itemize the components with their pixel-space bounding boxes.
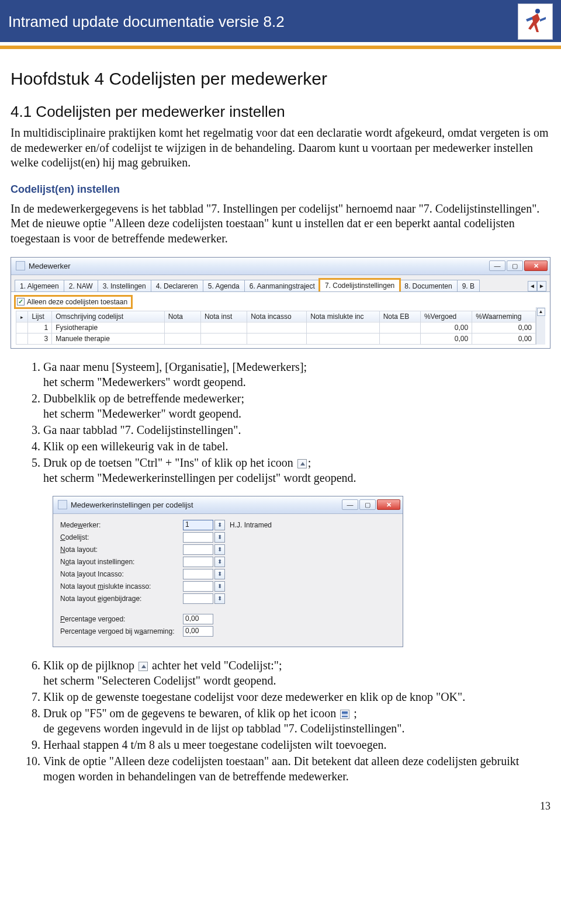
close-button[interactable]: ✕ [524,260,548,271]
maximize-button[interactable]: ▢ [507,260,523,271]
picker-button-icon[interactable]: ⬍ [214,532,225,543]
col-header[interactable]: %Vergoed [420,311,472,322]
step-item: Ga naar menu [Systeem], [Organisatie], [… [43,359,550,390]
text-input[interactable] [183,569,213,579]
form-row: Nota layout:⬍ [60,544,396,555]
picker-button-icon[interactable]: ⬍ [214,544,225,555]
field-label: Nota layout Incasso: [60,570,183,578]
accent-stripe [0,46,561,49]
form-row: Nota layout eigenbijdrage:⬍ [60,593,396,604]
step-item: Druk op "F5" om de gegevens te bewaren, … [43,706,550,736]
steps-list-a: Ga naar menu [Systeem], [Organisatie], [… [11,359,550,485]
form-row: Nota layout Incasso:⬍ [60,569,396,579]
col-header[interactable]: %Waarneming [472,311,536,322]
form-row: Percentage vergoed bij waarneming:0,00 [60,626,396,637]
tab-7[interactable]: 8. Documenten [399,280,457,292]
intro-paragraph: In multidisciplinaire praktijken komt he… [11,126,550,171]
svg-point-1 [535,9,540,13]
form-row: Percentage vergoed:0,00 [60,614,396,624]
text-input[interactable] [183,557,213,567]
text-input[interactable] [183,532,213,543]
picker-button-icon[interactable]: ⬍ [214,569,225,579]
text-input[interactable]: 1 [183,520,213,530]
screenshot-medewerker-window: Medewerker — ▢ ✕ 1. Algemeen2. NAW3. Ins… [11,257,550,349]
window-title: Medewerker [29,262,486,270]
app-icon [58,500,67,509]
field-label: Nota layout instellingen: [60,558,183,566]
row-marker-icon: ▸ [20,314,23,320]
col-header[interactable]: Nota inst [200,311,247,322]
col-header[interactable]: Omschrijving codelijst [52,311,165,322]
field-readonly-value: H.J. Intramed [230,521,272,529]
section-title: 4.1 Codelijsten per medewerker instellen [11,103,550,121]
close-button[interactable]: ✕ [377,499,400,510]
step-item: Druk op de toetsen "Ctrl" + "Ins" of kli… [43,455,550,485]
step-item: Klik op de pijlknop achter het veld "Cod… [43,658,550,688]
picker-button-icon[interactable]: ⬍ [214,581,225,592]
tab-3[interactable]: 4. Declareren [151,280,203,292]
picker-button-icon[interactable]: ⬍ [214,520,225,530]
col-header[interactable]: Nota [164,311,200,322]
field-label: Nota layout mislukte incasso: [60,582,183,590]
table-row[interactable]: 3Manuele therapie0,000,00 [16,333,536,344]
steps-list-b: Klik op de pijlknop achter het veld "Cod… [11,658,550,784]
field-label: Codelijst: [60,533,183,541]
step-item: Vink de optie "Alleen deze codelijsten t… [43,753,550,784]
product-logo [518,4,553,40]
codelijst-table: ▸LijstOmschrijving codelijstNotaNota ins… [16,311,536,345]
tab-scroll-left-icon[interactable]: ◄ [528,281,537,291]
col-header[interactable]: ▸ [16,311,28,322]
text-input[interactable]: 0,00 [183,626,213,637]
form-row: Medewerker:1⬍H.J. Intramed [60,520,396,530]
step-item: Ga naar tabblad "7. Codelijstinstellinge… [43,422,550,437]
table-row[interactable]: 1Fysiotherapie0,000,00 [16,322,536,333]
tab-scroll-right-icon[interactable]: ► [537,281,546,291]
maximize-button[interactable]: ▢ [359,499,376,510]
col-header[interactable]: Lijst [28,311,52,322]
checkbox-icon[interactable]: ✓ [17,298,25,305]
insert-icon [297,459,307,468]
chapter-title: Hoofdstuk 4 Codelijsten per medewerker [11,69,550,89]
text-input[interactable]: 0,00 [183,614,213,624]
running-figure-icon [522,6,548,37]
tab-0[interactable]: 1. Algemeen [15,280,64,292]
scroll-up-icon[interactable]: ▲ [537,308,545,316]
allow-only-these-checkbox-row: ✓ Alleen deze codelijsten toestaan [16,297,131,307]
step-item: Dubbelklik op de betreffende medewerker;… [43,391,550,421]
form-row: Codelijst:⬍ [60,532,396,543]
text-input[interactable] [183,581,213,592]
tab-strip: 1. Algemeen2. NAW3. Instellingen4. Decla… [11,275,550,292]
col-header[interactable]: Nota incasso [247,311,307,322]
header-banner: Intramed update documentatie versie 8.2 [0,0,561,42]
form-row: Nota layout mislukte incasso:⬍ [60,581,396,592]
screenshot-instellingen-window: Medewerkerinstellingen per codelijst — ▢… [53,496,403,647]
app-icon [16,261,25,270]
minimize-button[interactable]: — [489,260,505,271]
col-header[interactable]: Nota mislukte inc [307,311,380,322]
window-titlebar-2: Medewerkerinstellingen per codelijst — ▢… [53,496,403,514]
text-input[interactable] [183,593,213,604]
tab-4[interactable]: 5. Agenda [203,280,245,292]
paragraph-2: In de medewerkergegevens is het tabblad … [11,202,550,246]
field-label: Percentage vergoed bij waarneming: [60,627,183,635]
tab-6[interactable]: 7. Codelijstinstellingen [320,279,400,292]
tab-5[interactable]: 6. Aanmaningstraject [244,280,320,292]
banner-title: Intramed update documentatie versie 8.2 [8,13,285,31]
field-label: Medewerker: [60,521,183,529]
field-label: Percentage vergoed: [60,615,183,623]
picker-button-icon[interactable]: ⬍ [214,593,225,604]
text-input[interactable] [183,544,213,555]
step-item: Klik op de gewenste toegestane codelijst… [43,689,550,704]
window-title-2: Medewerkerinstellingen per codelijst [71,501,338,509]
col-header[interactable]: Nota EB [379,311,420,322]
tab-1[interactable]: 2. NAW [64,280,98,292]
tab-2[interactable]: 3. Instellingen [98,280,151,292]
field-label: Nota layout: [60,546,183,554]
vertical-scrollbar[interactable]: ▲ [536,307,545,345]
field-label: Nota layout eigenbijdrage: [60,595,183,603]
save-icon [340,710,349,719]
picker-button-icon[interactable]: ⬍ [214,557,225,567]
minimize-button[interactable]: — [342,499,358,510]
step-item: Klik op een willekeurig vak in de tabel. [43,439,550,454]
tab-8[interactable]: 9. B [457,280,480,292]
